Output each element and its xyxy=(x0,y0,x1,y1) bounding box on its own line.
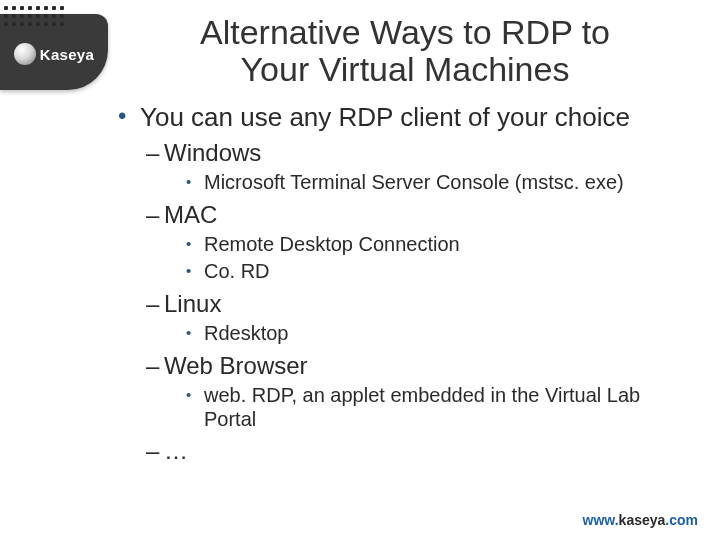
bullet-linux-rdesktop: Rdesktop xyxy=(186,322,680,346)
slide-body: You can use any RDP client of your choic… xyxy=(118,102,680,468)
title-line-2: Your Virtual Machines xyxy=(241,50,570,88)
footer-prefix: www. xyxy=(583,512,619,528)
footer-suffix: .com xyxy=(665,512,698,528)
bullet-more: … xyxy=(146,437,680,465)
title-line-1: Alternative Ways to RDP to xyxy=(200,13,610,51)
bullet-web-webrdp: web. RDP, an applet embedded in the Virt… xyxy=(186,384,680,431)
slide-title: Alternative Ways to RDP to Your Virtual … xyxy=(130,14,680,87)
brand-ball-icon xyxy=(14,43,36,65)
bullet-main: You can use any RDP client of your choic… xyxy=(118,102,680,133)
bullet-mac-cord: Co. RD xyxy=(186,260,680,284)
slide: Kaseya Alternative Ways to RDP to Your V… xyxy=(0,0,720,540)
brand-logo-tab: Kaseya xyxy=(0,14,108,90)
bullet-windows-mstsc: Microsoft Terminal Server Console (mstsc… xyxy=(186,171,680,195)
bullet-mac: MAC xyxy=(146,201,680,229)
footer-url: www.kaseya.com xyxy=(583,512,698,528)
bullet-mac-rdc: Remote Desktop Connection xyxy=(186,233,680,257)
bullet-windows: Windows xyxy=(146,139,680,167)
bullet-web: Web Browser xyxy=(146,352,680,380)
footer-mid: kaseya xyxy=(619,512,666,528)
bullet-linux: Linux xyxy=(146,290,680,318)
logo-dot-pattern xyxy=(4,6,65,27)
brand-name: Kaseya xyxy=(40,46,94,63)
brand-logo: Kaseya xyxy=(14,43,94,65)
